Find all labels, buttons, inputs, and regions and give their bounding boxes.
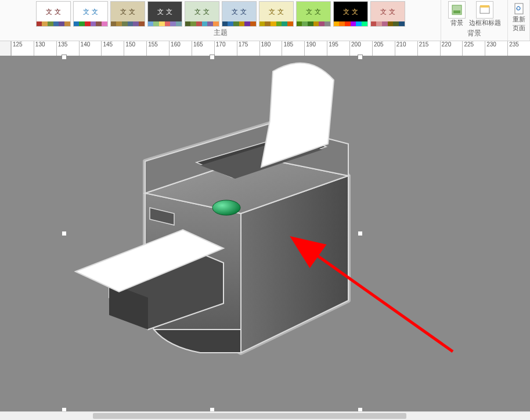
theme-thumb-0[interactable]: 文文 bbox=[36, 1, 71, 27]
ruler-tick: 180 bbox=[259, 41, 271, 56]
theme-thumb-6[interactable]: 文文 bbox=[259, 1, 294, 27]
theme-thumb-7[interactable]: 文文 bbox=[296, 1, 331, 27]
scrollbar-thumb[interactable] bbox=[93, 413, 406, 419]
ruler-tick: 215 bbox=[417, 41, 429, 56]
theme-group-label: 主题 bbox=[214, 27, 228, 39]
ruler-tick: 150 bbox=[124, 41, 135, 56]
reset-label-1: 重新 bbox=[513, 15, 525, 24]
background-group-label: 背景 bbox=[467, 27, 481, 40]
theme-gallery: 文文文文文文文文文文文文文文文文文文文文 bbox=[34, 0, 408, 27]
reset-page-button[interactable]: 重新 页面 bbox=[510, 0, 528, 32]
theme-thumb-3[interactable]: 文文 bbox=[147, 1, 182, 27]
theme-group: 文文文文文文文文文文文文文文文文文文文文 主题 bbox=[0, 0, 441, 41]
background-group: 背景 边框和标题 背景 bbox=[441, 0, 508, 41]
svg-rect-3 bbox=[480, 5, 489, 8]
ruler-tick: 220 bbox=[440, 41, 452, 56]
ruler-tick: 145 bbox=[101, 41, 113, 56]
background-button[interactable]: 背景 bbox=[448, 1, 466, 27]
theme-thumb-1[interactable]: 文文 bbox=[73, 1, 108, 27]
background-button-label: 背景 bbox=[450, 19, 463, 27]
ruler-scale: 1251301351401451501551601651701751801851… bbox=[11, 41, 530, 56]
horizontal-ruler: 1251301351401451501551601651701751801851… bbox=[0, 41, 530, 57]
svg-line-19 bbox=[313, 253, 453, 352]
svg-rect-1 bbox=[453, 10, 460, 13]
reset-group: 重新 页面 bbox=[508, 0, 530, 41]
ruler-tick: 125 bbox=[11, 41, 23, 56]
ruler-tick: 190 bbox=[304, 41, 316, 56]
theme-thumb-5[interactable]: 文文 bbox=[222, 1, 257, 27]
ruler-tick: 170 bbox=[214, 41, 226, 56]
ruler-tick: 230 bbox=[485, 41, 496, 56]
background-icon bbox=[448, 1, 466, 19]
svg-rect-4 bbox=[515, 3, 523, 14]
reset-label-2: 页面 bbox=[513, 24, 525, 32]
reset-icon bbox=[513, 2, 525, 15]
border-title-button[interactable]: 边框和标题 bbox=[469, 1, 501, 27]
border-title-icon bbox=[476, 1, 493, 19]
theme-thumb-9[interactable]: 文文 bbox=[370, 1, 405, 27]
theme-thumb-2[interactable]: 文文 bbox=[110, 1, 145, 27]
ruler-tick: 155 bbox=[146, 41, 158, 56]
ruler-tick: 225 bbox=[462, 41, 474, 56]
horizontal-scrollbar[interactable] bbox=[0, 411, 530, 420]
ruler-tick: 210 bbox=[395, 41, 406, 56]
ruler-tick: 160 bbox=[169, 41, 181, 56]
ruler-tick: 195 bbox=[327, 41, 338, 56]
border-title-button-label: 边框和标题 bbox=[469, 19, 501, 27]
ruler-tick: 140 bbox=[79, 41, 91, 56]
ruler-tick: 185 bbox=[282, 41, 293, 56]
theme-thumb-8[interactable]: 文文 bbox=[333, 1, 368, 27]
drawing-canvas[interactable] bbox=[0, 56, 530, 412]
ruler-corner bbox=[0, 41, 11, 56]
annotation-arrow bbox=[0, 56, 530, 420]
app-window: 文文文文文文文文文文文文文文文文文文文文 主题 背景 边框和标题 背景 bbox=[0, 0, 530, 420]
ruler-tick: 205 bbox=[372, 41, 384, 56]
ruler-tick: 235 bbox=[507, 41, 519, 56]
theme-thumb-4[interactable]: 文文 bbox=[185, 1, 219, 27]
ribbon-toolbar: 文文文文文文文文文文文文文文文文文文文文 主题 背景 边框和标题 背景 bbox=[0, 0, 530, 41]
ruler-tick: 175 bbox=[237, 41, 248, 56]
ruler-tick: 165 bbox=[192, 41, 203, 56]
ruler-tick: 130 bbox=[34, 41, 45, 56]
